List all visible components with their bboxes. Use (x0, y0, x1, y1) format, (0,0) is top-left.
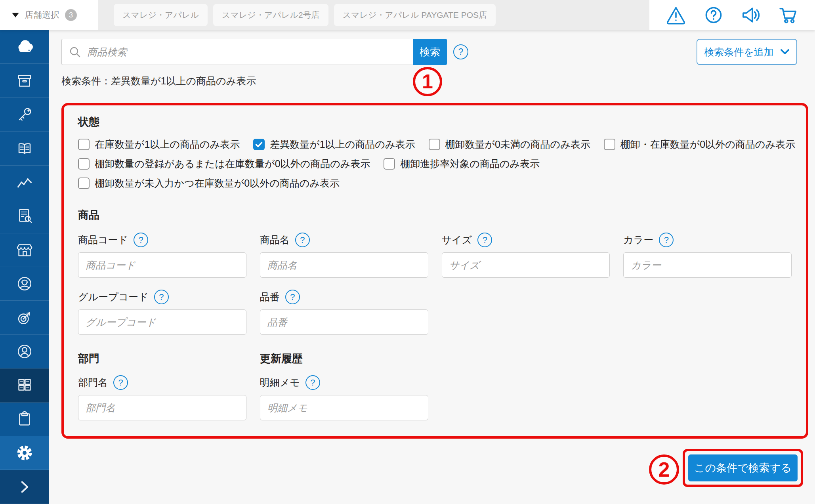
size-input[interactable] (442, 252, 610, 278)
check-icon (255, 140, 263, 149)
annotation-step-1: 1 (413, 67, 442, 96)
field-detail-memo: 明細メモ ? (260, 375, 428, 420)
field-label: サイズ (442, 233, 472, 246)
checkbox-label: 棚卸数量が未入力かつ在庫数量が0以外の商品のみ表示 (95, 177, 340, 190)
status-row-1: 在庫数量が1以上の商品のみ表示 差異数量が1以上の商品のみ表示 棚卸数量が0未満… (78, 138, 792, 151)
field-department-name: 部門名 ? (78, 375, 246, 420)
checkbox-unchecked (384, 158, 395, 170)
key-icon (14, 104, 35, 125)
megaphone-icon[interactable] (740, 4, 762, 26)
field-product-name: 商品名 ? (260, 233, 428, 278)
status-checkbox[interactable]: 棚卸数量が未入力かつ在庫数量が0以外の商品のみ表示 (78, 177, 340, 190)
product-search-field[interactable] (61, 39, 413, 65)
sidebar-item-member[interactable] (0, 267, 49, 301)
storefront-icon (14, 239, 35, 261)
item-number-input[interactable] (260, 309, 428, 335)
help-icon[interactable] (703, 4, 724, 26)
checkbox-unchecked (78, 178, 90, 189)
sidebar-item-key[interactable] (0, 98, 49, 132)
detail-memo-input[interactable] (260, 395, 428, 420)
checkbox-label: 在庫数量が1以上の商品のみ表示 (95, 138, 240, 151)
checkbox-unchecked (429, 139, 440, 150)
bottom-fields-row: 部門名 ? 明細メモ ? (78, 375, 792, 420)
sidebar-item-store[interactable] (0, 233, 49, 267)
group-code-input[interactable] (78, 309, 246, 335)
field-label: 品番 (260, 290, 280, 304)
field-item-number: 品番 ? (260, 290, 428, 335)
add-condition-button[interactable]: 検索条件を追加 (697, 39, 797, 65)
product-code-input[interactable] (78, 252, 246, 278)
status-row-3: 棚卸数量が未入力かつ在庫数量が0以外の商品のみ表示 (78, 177, 792, 190)
sidebar-item-book[interactable] (0, 132, 49, 165)
sidebar-item-settings[interactable] (0, 436, 49, 470)
sidebar-item-target[interactable] (0, 301, 49, 334)
store-selector-label: 店舗選択 (25, 9, 59, 21)
caret-down-icon (12, 13, 19, 17)
search-icon (69, 46, 81, 58)
sidebar-expand[interactable] (0, 470, 49, 504)
field-label: 商品コード (78, 233, 128, 246)
checkbox-label: 棚卸進捗率対象の商品のみ表示 (400, 157, 540, 170)
field-size: サイズ ? (442, 233, 610, 278)
status-checkbox[interactable]: 棚卸進捗率対象の商品のみ表示 (384, 157, 540, 170)
sidebar-item-inventory[interactable] (0, 368, 49, 402)
status-checkbox[interactable]: 棚卸・在庫数量が0以外の商品のみ表示 (604, 138, 795, 151)
store-selector[interactable]: 店舗選択 3 (0, 0, 98, 30)
field-label: カラー (623, 233, 653, 246)
cart-icon[interactable] (778, 4, 799, 26)
sidebar-item-account[interactable] (0, 335, 49, 368)
alert-icon[interactable] (665, 4, 687, 26)
help-icon[interactable]: ? (285, 290, 300, 304)
cta-row: 2 この条件で検索する (49, 444, 815, 492)
book-icon (14, 137, 35, 159)
department-name-input[interactable] (78, 395, 246, 420)
person-icon (14, 341, 35, 362)
sub-section-titles: 部門 更新履歴 (78, 351, 792, 366)
status-checkbox[interactable]: 棚卸数量が0未満の商品のみ表示 (429, 138, 590, 151)
sidebar-item-analytics[interactable] (0, 166, 49, 199)
status-checkbox[interactable]: 差異数量が1以上の商品のみ表示 (253, 138, 415, 151)
store-tab[interactable]: スマレジ・アパレル (114, 4, 208, 26)
help-icon[interactable]: ? (659, 233, 674, 247)
checkbox-label: 差異数量が1以上の商品のみ表示 (270, 138, 415, 151)
help-icon[interactable]: ? (305, 375, 320, 390)
annotation-step-2: 2 (649, 454, 679, 485)
sidebar-item-clipboard[interactable] (0, 403, 49, 436)
sidebar-item-report[interactable] (0, 199, 49, 233)
search-button[interactable]: 検索 (413, 39, 447, 65)
product-fields-row-1: 商品コード ? 商品名 ? サイズ ? (78, 233, 792, 278)
box-icon (14, 70, 35, 92)
help-icon[interactable]: ? (295, 233, 310, 247)
department-section-title: 部門 (78, 351, 246, 366)
checkbox-unchecked (78, 158, 90, 170)
search-row: 検索 ? 検索条件を追加 (61, 39, 797, 65)
sidebar-item-cloud[interactable] (0, 30, 49, 64)
target-icon (14, 307, 35, 328)
checkbox-label: 棚卸数量が0未満の商品のみ表示 (445, 138, 590, 151)
chevron-right-icon (14, 476, 35, 498)
help-icon[interactable]: ? (134, 233, 148, 247)
product-name-input[interactable] (260, 252, 428, 278)
field-label: 部門名 (78, 376, 108, 389)
status-checkbox[interactable]: 棚卸数量の登録があるまたは在庫数量が0以外の商品のみ表示 (78, 157, 370, 170)
color-input[interactable] (623, 252, 792, 278)
help-icon[interactable]: ? (477, 233, 492, 247)
status-section-title: 状態 (78, 115, 792, 129)
status-row-2: 棚卸数量の登録があるまたは在庫数量が0以外の商品のみ表示 棚卸進捗率対象の商品の… (78, 157, 792, 170)
trend-chart-icon (14, 172, 35, 193)
add-condition-label: 検索条件を追加 (704, 46, 774, 59)
search-help-icon[interactable]: ? (453, 44, 468, 59)
checkbox-unchecked (604, 139, 615, 150)
member-icon (14, 273, 35, 294)
store-tab[interactable]: スマレジ・アパレル2号店 (213, 4, 328, 26)
topbar-actions (649, 0, 815, 30)
main-content: 検索 ? 検索条件を追加 検索条件：差異数量が1以上の商品のみ表示 1 状態 在… (49, 30, 815, 504)
status-checkbox[interactable]: 在庫数量が1以上の商品のみ表示 (78, 138, 240, 151)
sidebar-item-box[interactable] (0, 64, 49, 97)
search-with-conditions-button[interactable]: この条件で検索する (688, 454, 798, 481)
help-icon[interactable]: ? (113, 375, 128, 390)
help-icon[interactable]: ? (154, 290, 169, 304)
store-tab[interactable]: スマレジ・アパレル PAYGATE POS店 (334, 4, 496, 26)
store-tabs: スマレジ・アパレル スマレジ・アパレル2号店 スマレジ・アパレル PAYGATE… (98, 0, 649, 30)
product-search-input[interactable] (86, 40, 413, 64)
